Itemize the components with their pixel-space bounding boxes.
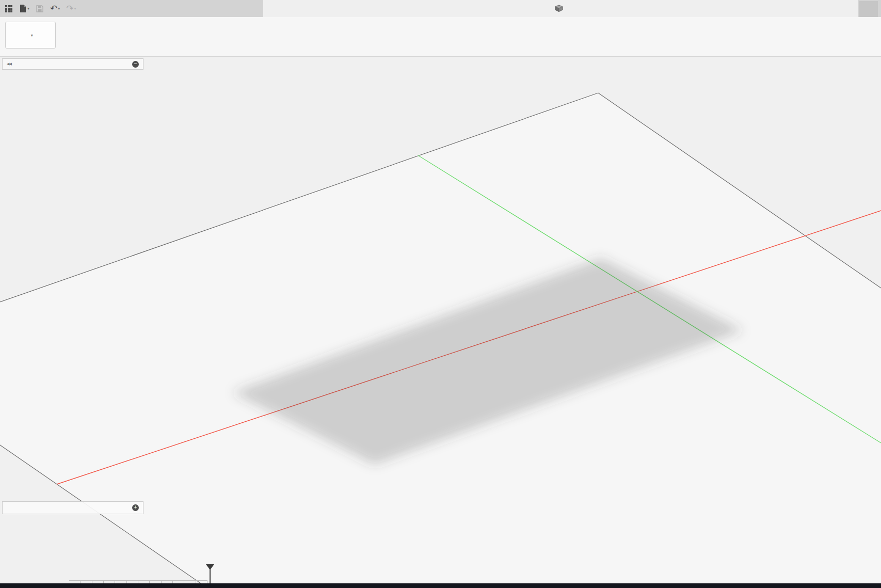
browser-panel-header[interactable]: ◀◀ − [2, 58, 143, 70]
browser-panel: ◀◀ − [2, 58, 143, 71]
save-button[interactable] [34, 2, 45, 15]
workspace-selector[interactable]: ▾ [5, 22, 56, 49]
bottom-edge-strip [0, 583, 881, 588]
undo-button[interactable]: ↶▾ [49, 2, 61, 15]
redo-button[interactable]: ↷▾ [65, 2, 77, 15]
ribbon-toolbar: ▾ [0, 17, 881, 57]
collapse-panel-icon[interactable]: ◀◀ [7, 62, 11, 66]
viewport-canvas[interactable] [0, 0, 881, 588]
new-tab-button[interactable] [859, 1, 878, 17]
comments-bar[interactable]: ◀ + [2, 501, 143, 514]
document-tab[interactable] [263, 0, 858, 17]
panel-options-icon[interactable]: − [132, 61, 139, 68]
file-menu-button[interactable]: ▾ [18, 2, 31, 15]
document-cube-icon [555, 5, 563, 12]
close-tab-icon[interactable] [845, 4, 854, 13]
app-grid-icon[interactable] [3, 2, 14, 15]
add-comment-icon[interactable]: + [132, 504, 139, 511]
title-bar: ▾ ↶▾ ↷▾ [0, 0, 881, 17]
